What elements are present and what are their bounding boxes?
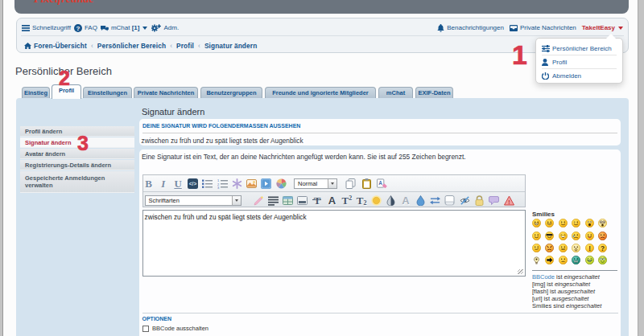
svg-text:!: ! <box>588 245 591 252</box>
svg-text:?: ? <box>76 24 80 31</box>
svg-text:?: ? <box>601 245 605 252</box>
